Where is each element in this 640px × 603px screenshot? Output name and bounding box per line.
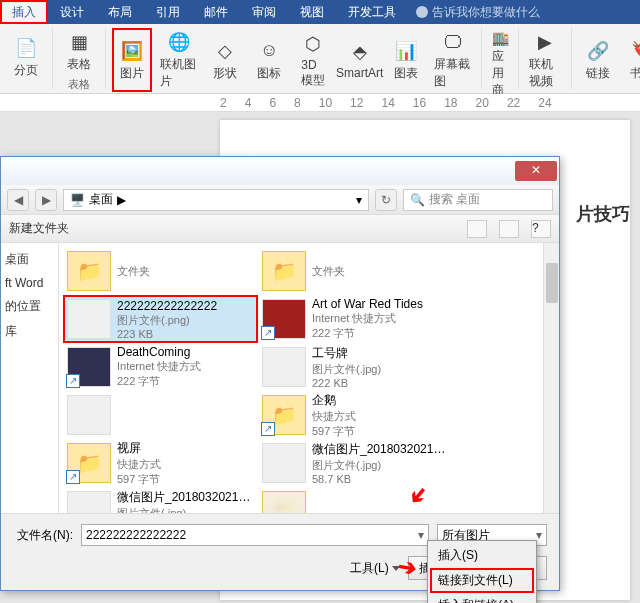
file-thumb-icon <box>262 347 306 387</box>
tab-references[interactable]: 引用 <box>144 0 192 24</box>
ruler: 24681012141618202224 <box>0 94 640 112</box>
desktop-icon: 🖥️ <box>70 193 85 207</box>
bulb-icon <box>416 6 428 18</box>
file-item[interactable]: 📁文件夹 <box>258 247 453 295</box>
file-thumb-icon: ↗ <box>262 299 306 339</box>
smartart-button[interactable]: ⬘SmartArt <box>337 28 382 92</box>
sidebar-item[interactable]: 库 <box>3 319 56 344</box>
tab-design[interactable]: 设计 <box>48 0 96 24</box>
file-name: 微信图片_20180320215500 <box>312 441 449 458</box>
screenshot-button[interactable]: 🖵屏幕截图 <box>430 28 475 92</box>
file-type: 快捷方式 <box>312 409 449 424</box>
pictures-button[interactable]: 🖼️图片 <box>112 28 152 92</box>
refresh-button[interactable]: ↻ <box>375 189 397 211</box>
file-list: 📁文件夹📁文件夹222222222222222图片文件(.png)223 KB↗… <box>59 243 559 513</box>
3dmodel-button[interactable]: ⬡3D 模型 <box>293 28 333 92</box>
folder-icon: 📁↗ <box>67 443 111 483</box>
folder-icon: 📁 <box>67 251 111 291</box>
file-thumb-icon <box>262 443 306 483</box>
file-item[interactable]: 📁 <box>258 487 453 513</box>
menu-insert-and-link[interactable]: 插入和链接(A) <box>430 593 534 603</box>
file-type: 快捷方式 <box>117 457 254 472</box>
file-name: 工号牌 <box>312 345 449 362</box>
file-size: 597 字节 <box>117 472 254 487</box>
scrollbar[interactable] <box>543 243 559 513</box>
back-button[interactable]: ◀ <box>7 189 29 211</box>
file-size: 223 KB <box>117 328 254 340</box>
file-name: 视屏 <box>117 440 254 457</box>
online-pictures-button[interactable]: 🌐联机图片 <box>156 28 201 92</box>
filename-label: 文件名(N): <box>13 527 73 544</box>
file-item[interactable]: 📁↗视屏快捷方式597 字节 <box>63 439 258 487</box>
folder-icon: 📁↗ <box>262 395 306 435</box>
file-item[interactable]: 222222222222222图片文件(.png)223 KB <box>63 295 258 343</box>
file-type: Internet 快捷方式 <box>312 311 449 326</box>
file-type: 图片文件(.png) <box>117 313 254 328</box>
file-type: Internet 快捷方式 <box>117 359 254 374</box>
file-size: 222 字节 <box>117 374 254 389</box>
file-name: 222222222222222 <box>117 299 254 313</box>
table-button[interactable]: ▦表格 <box>59 28 99 75</box>
sidebar: 桌面 ft Word 的位置 库 <box>1 243 59 513</box>
bookmark-button[interactable]: 🔖书签 <box>622 28 640 92</box>
file-thumb-icon <box>67 299 111 339</box>
file-type: 图片文件(.jpg) <box>312 458 449 473</box>
tab-layout[interactable]: 布局 <box>96 0 144 24</box>
file-size: 222 KB <box>312 377 449 389</box>
close-icon[interactable]: ✕ <box>515 161 557 181</box>
file-type: 图片文件(.jpg) <box>117 506 254 513</box>
file-size: 58.7 KB <box>312 473 449 485</box>
file-item[interactable] <box>63 391 258 439</box>
file-type: 文件夹 <box>117 264 254 279</box>
breadcrumb[interactable]: 🖥️ 桌面 ▶ ▾ <box>63 189 369 211</box>
icons-button[interactable]: ☺图标 <box>249 28 289 92</box>
view-mode-button[interactable] <box>467 220 487 238</box>
file-size: 597 字节 <box>312 424 449 439</box>
file-name: 企鹅 <box>312 392 449 409</box>
shapes-button[interactable]: ◇形状 <box>205 28 245 92</box>
tab-mail[interactable]: 邮件 <box>192 0 240 24</box>
tab-view[interactable]: 视图 <box>288 0 336 24</box>
file-item[interactable]: ↗Art of War Red TidesInternet 快捷方式222 字节 <box>258 295 453 343</box>
tab-devtools[interactable]: 开发工具 <box>336 0 408 24</box>
doc-badge: 片技巧 <box>576 202 630 226</box>
file-thumb-icon: ↗ <box>67 347 111 387</box>
file-item[interactable]: 微信图片_20180320215507图片文件(.jpg)74.9 KB <box>63 487 258 513</box>
file-thumb-icon <box>67 491 111 513</box>
search-icon: 🔍 <box>410 193 425 207</box>
online-video-button[interactable]: ▶联机视频 <box>525 28 565 92</box>
folder-icon: 📁 <box>262 251 306 291</box>
file-name: 微信图片_20180320215507 <box>117 489 254 506</box>
file-name: DeathComing <box>117 345 254 359</box>
menu-link-to-file[interactable]: 链接到文件(L) <box>430 568 534 593</box>
menu-insert[interactable]: 插入(S) <box>430 543 534 568</box>
page-break-button[interactable]: 📄分页 <box>6 28 46 87</box>
filename-input[interactable]: 222222222222222▾ <box>81 524 429 546</box>
file-item[interactable]: 微信图片_20180320215500图片文件(.jpg)58.7 KB <box>258 439 453 487</box>
file-item[interactable]: 📁文件夹 <box>63 247 258 295</box>
tab-review[interactable]: 审阅 <box>240 0 288 24</box>
chart-button[interactable]: 📊图表 <box>386 28 426 92</box>
folder-icon: 📁 <box>262 491 306 513</box>
new-folder-button[interactable]: 新建文件夹 <box>9 220 69 237</box>
ribbon: 📄分页 ▦表格 表格 🖼️图片 🌐联机图片 ◇形状 ☺图标 ⬡3D 模型 ⬘Sm… <box>0 24 640 94</box>
forward-button[interactable]: ▶ <box>35 189 57 211</box>
file-type: 图片文件(.jpg) <box>312 362 449 377</box>
file-name: Art of War Red Tides <box>312 297 449 311</box>
view-mode-button-2[interactable] <box>499 220 519 238</box>
sidebar-item[interactable]: ft Word <box>3 272 56 294</box>
sidebar-item[interactable]: 的位置 <box>3 294 56 319</box>
search-input[interactable]: 🔍 搜索 桌面 <box>403 189 553 211</box>
tools-button[interactable]: 工具(L) <box>350 560 400 577</box>
help-button[interactable]: ? <box>531 220 551 238</box>
file-size: 222 字节 <box>312 326 449 341</box>
ribbon-tabs: 插入 设计 布局 引用 邮件 审阅 视图 开发工具 告诉我你想要做什么 <box>0 0 640 24</box>
file-item[interactable]: 📁↗企鹅快捷方式597 字节 <box>258 391 453 439</box>
tell-me[interactable]: 告诉我你想要做什么 <box>416 4 540 21</box>
file-item[interactable]: 工号牌图片文件(.jpg)222 KB <box>258 343 453 391</box>
file-item[interactable]: ↗DeathComingInternet 快捷方式222 字节 <box>63 343 258 391</box>
link-button[interactable]: 🔗链接 <box>578 28 618 92</box>
tab-insert[interactable]: 插入 <box>0 0 48 24</box>
file-thumb-icon <box>67 395 111 435</box>
sidebar-item[interactable]: 桌面 <box>3 247 56 272</box>
